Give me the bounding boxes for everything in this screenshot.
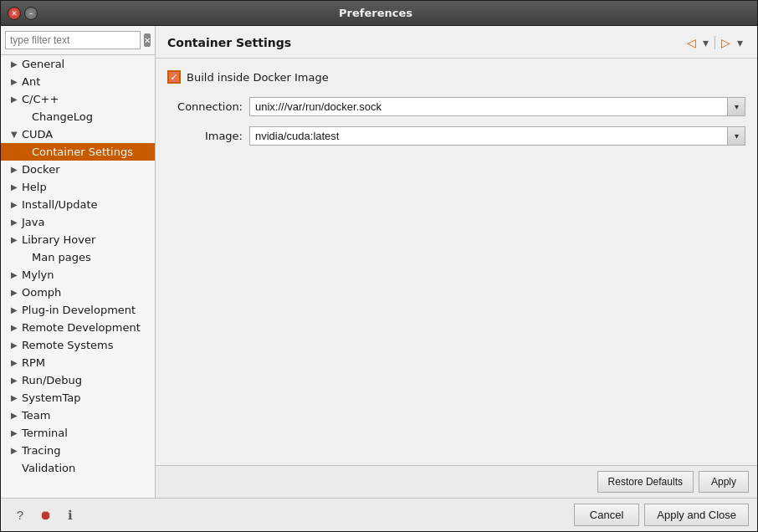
sidebar-item-rpm[interactable]: ▶ RPM [1,354,155,371]
sidebar-item-label: General [22,58,64,70]
footer-icons: ? ⏺ ℹ [9,504,81,526]
sidebar-item-changelog[interactable]: ChangeLog [1,108,155,125]
expand-arrow: ▶ [11,77,19,86]
dropdown-arrow-icon: ▾ [735,131,739,141]
image-row: Image: ▾ [167,126,745,146]
panel-bottom-bar: Restore Defaults Apply [156,465,757,498]
back-icon: ◁ [687,36,696,49]
sidebar-item-run-debug[interactable]: ▶ Run/Debug [1,371,155,389]
expand-arrow: ▶ [11,340,19,350]
connection-label: Connection: [167,100,243,113]
help-icon: ? [17,508,23,522]
apply-button[interactable]: Apply [699,471,749,493]
sidebar-item-remote-dev[interactable]: ▶ Remote Development [1,319,155,336]
back-button[interactable]: ◁ [684,34,699,51]
sidebar-item-tracing[interactable]: ▶ Tracing [1,442,155,459]
connection-dropdown-button[interactable]: ▾ [727,97,745,116]
sidebar-item-label: Help [22,181,47,193]
sidebar-item-library-hover[interactable]: ▶ Library Hover [1,231,155,248]
help-button[interactable]: ? [9,504,31,526]
connection-combo: ▾ [249,97,745,116]
connection-input[interactable] [249,97,727,116]
sidebar-item-java[interactable]: ▶ Java [1,213,155,231]
restore-defaults-button[interactable]: Restore Defaults [597,471,694,493]
preferences-window: ✕ – Preferences ✕ ▶ General ▶ [0,0,758,532]
sidebar-item-mylyn[interactable]: ▶ Mylyn [1,266,155,284]
search-box: ✕ [1,26,155,55]
sidebar-item-terminal[interactable]: ▶ Terminal [1,424,155,442]
search-clear-button[interactable]: ✕ [144,33,151,47]
sidebar-item-oomph[interactable]: ▶ Oomph [1,284,155,301]
expand-arrow: ▶ [11,305,19,315]
sidebar-item-container-settings[interactable]: Container Settings [1,143,155,161]
sidebar-item-label: Library Hover [22,233,95,246]
expand-arrow: ▶ [11,323,19,332]
back-dropdown-button[interactable]: ▾ [700,34,711,51]
footer-bar: ? ⏺ ℹ Cancel Apply and Close [1,498,757,531]
build-docker-checkbox[interactable]: ✓ [167,70,181,84]
sidebar-item-label: RPM [22,356,45,369]
expand-arrow: ▶ [11,95,19,104]
sidebar-item-label: Java [22,216,44,228]
sidebar-item-docker[interactable]: ▶ Docker [1,161,155,178]
expand-arrow: ▶ [11,288,19,297]
apply-and-close-button[interactable]: Apply and Close [644,504,749,526]
build-docker-label: Build inside Docker Image [187,71,329,84]
sidebar-item-systemtap[interactable]: ▶ SystemTap [1,389,155,407]
sidebar-item-label: C/C++ [22,93,59,105]
image-dropdown-button[interactable]: ▾ [727,126,745,146]
forward-dropdown-button[interactable]: ▾ [735,34,745,51]
sidebar-item-cuda[interactable]: ▼ CUDA [1,125,155,143]
sidebar-item-ant[interactable]: ▶ Ant [1,73,155,90]
panel-title: Container Settings [167,36,291,49]
sidebar-item-man-pages[interactable]: Man pages [1,248,155,266]
expand-arrow: ▶ [11,59,19,69]
sidebar-item-label: Remote Development [22,321,141,334]
sidebar-item-plugin-dev[interactable]: ▶ Plug-in Development [1,301,155,319]
record-button[interactable]: ⏺ [34,504,56,526]
titlebar: ✕ – Preferences [1,1,757,26]
sidebar-item-label: Mylyn [22,269,54,281]
forward-dropdown-icon: ▾ [737,36,743,49]
info-button[interactable]: ℹ [59,504,81,526]
cancel-button[interactable]: Cancel [574,504,639,526]
panel-header: Container Settings ◁ ▾ ▷ ▾ [156,26,757,59]
sidebar-item-label: Run/Debug [22,374,82,386]
sidebar: ✕ ▶ General ▶ Ant ▶ C/C++ Change [1,26,156,498]
sidebar-item-label: SystemTap [22,391,80,404]
sidebar-item-label: Validation [22,462,75,474]
expand-arrow: ▶ [11,200,19,209]
sidebar-item-validation[interactable]: Validation [1,459,155,477]
image-label: Image: [167,130,243,142]
sidebar-item-label: Remote Systems [22,339,114,351]
image-input[interactable] [249,126,727,146]
sidebar-item-label: Team [22,409,50,422]
panel-toolbar: ◁ ▾ ▷ ▾ [684,34,745,51]
expand-arrow: ▶ [11,411,19,420]
toolbar-separator [714,36,715,49]
sidebar-item-install-update[interactable]: ▶ Install/Update [1,196,155,213]
main-content: ✕ ▶ General ▶ Ant ▶ C/C++ Change [1,26,757,498]
expand-arrow: ▶ [11,428,19,437]
right-panel: Container Settings ◁ ▾ ▷ ▾ [156,26,757,498]
search-input[interactable] [5,31,141,49]
sidebar-item-help[interactable]: ▶ Help [1,178,155,196]
sidebar-item-general[interactable]: ▶ General [1,55,155,73]
expand-arrow: ▶ [11,217,19,227]
sidebar-item-remote-systems[interactable]: ▶ Remote Systems [1,336,155,354]
expand-arrow: ▶ [11,393,19,402]
build-docker-row: ✓ Build inside Docker Image [167,70,745,84]
sidebar-item-cpp[interactable]: ▶ C/C++ [1,90,155,108]
window-title: Preferences [1,7,750,19]
sidebar-item-label: ChangeLog [32,110,93,123]
expand-arrow: ▶ [11,182,19,192]
sidebar-item-team[interactable]: ▶ Team [1,407,155,424]
panel-content: ✓ Build inside Docker Image Connection: … [156,59,757,465]
back-dropdown-icon: ▾ [703,36,709,49]
sidebar-item-label: Man pages [32,251,91,263]
record-icon: ⏺ [39,508,52,522]
expand-arrow: ▶ [11,376,19,385]
expand-arrow: ▶ [11,358,19,367]
forward-button[interactable]: ▷ [719,34,733,51]
expand-arrow: ▶ [11,270,19,279]
